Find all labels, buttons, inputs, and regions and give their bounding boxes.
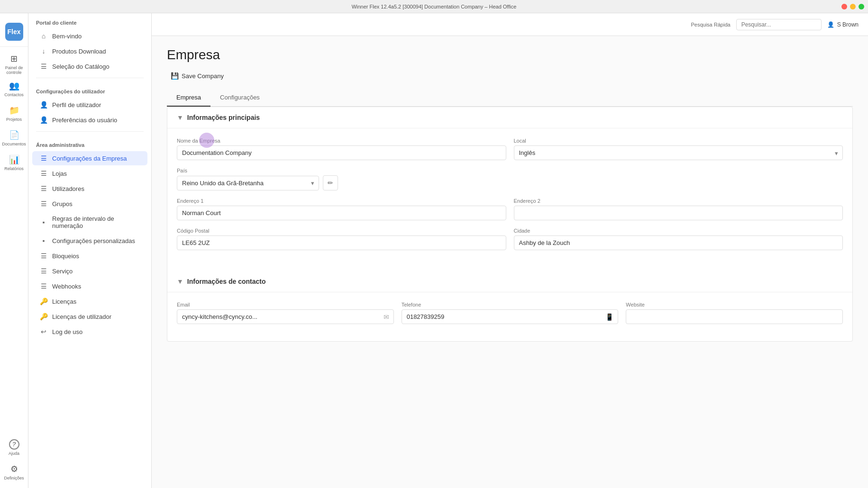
ajuda-icon: ? — [9, 439, 19, 450]
sidebar-item-config-empresa[interactable]: ☰ Configurações da Empresa — [32, 151, 147, 165]
maximize-btn[interactable] — [859, 4, 864, 9]
page-title: Empresa — [167, 47, 853, 63]
divider-1 — [36, 78, 144, 78]
collapse-icon-contacto: ▼ — [177, 278, 183, 285]
definicoes-icon: ⚙ — [10, 464, 18, 474]
nav-painel[interactable]: ⊞ Painel de controle — [3, 53, 26, 75]
sidebar-item-catalogo[interactable]: ☰ Seleção do Catálogo — [32, 59, 147, 73]
sidebar-item-produtos[interactable]: ↓ Produtos Download — [32, 44, 147, 58]
sidebar-item-label-licencas: Licenças — [52, 298, 76, 305]
select-pais[interactable]: Reino Unido da Grã-Bretanha — [177, 176, 319, 190]
input-telefone[interactable] — [402, 309, 619, 324]
telefone-input-wrapper: 📱 — [402, 309, 619, 324]
group-endereco1: Endereço 1 — [177, 198, 506, 220]
sidebar-item-perfil[interactable]: 👤 Perfil de utilizador — [32, 98, 147, 112]
form-row-contact: Email ✉ Telefone 📱 — [177, 302, 843, 324]
documentos-label: Documentos — [2, 142, 26, 146]
produtos-icon: ↓ — [40, 47, 47, 55]
relatorios-label: Relatórios — [4, 166, 24, 171]
form-row-1: Nome da Empresa Local Inglês Português — [177, 138, 843, 160]
sidebar-item-bem-vindo[interactable]: ⌂ Bem-vindo — [32, 29, 147, 43]
ajuda-label: Ajuda — [9, 451, 19, 456]
logo: Flex — [5, 23, 23, 41]
sidebar-item-log-uso[interactable]: ↩ Log de uso — [32, 325, 147, 339]
select-local[interactable]: Inglês Português — [514, 145, 843, 160]
minimize-btn[interactable] — [850, 4, 856, 9]
form-container: ▼ Informações principais Nome da Empresa… — [167, 107, 853, 342]
servico-icon: ☰ — [40, 267, 47, 275]
sidebar-item-bloqueios[interactable]: ☰ Bloqueios — [32, 249, 147, 263]
edit-pais-button[interactable]: ✏ — [323, 175, 338, 190]
quick-search-input[interactable] — [736, 19, 822, 30]
group-endereco2: Endereço 2 — [514, 198, 843, 220]
nav-ajuda[interactable]: ? Ajuda — [3, 436, 26, 459]
perfil-icon: 👤 — [40, 101, 47, 108]
close-btn[interactable] — [841, 4, 847, 9]
group-email: Email ✉ — [177, 302, 394, 324]
sidebar-item-label-licencas-utilizador: Licenças de utilizador — [52, 313, 111, 320]
sidebar-item-label-config-empresa: Configurações da Empresa — [52, 155, 127, 162]
nav-relatorios[interactable]: 📊 Relatórios — [3, 151, 26, 174]
user-info[interactable]: 👤 S Brown — [827, 21, 859, 28]
sidebar-item-regras[interactable]: ▪ Regras de intervalo de numeração — [32, 212, 147, 233]
contactos-icon: 👥 — [9, 81, 19, 91]
email-icon: ✉ — [384, 313, 389, 321]
input-endereco2[interactable] — [514, 206, 843, 220]
sidebar-item-label-webhooks: Webhooks — [52, 283, 81, 290]
sidebar-item-webhooks[interactable]: ☰ Webhooks — [32, 279, 147, 293]
form-body-principais: Nome da Empresa Local Inglês Português — [167, 128, 852, 267]
projetos-label: Projetos — [6, 117, 22, 122]
section-header-contacto[interactable]: ▼ Informações de contacto — [167, 271, 852, 292]
window-controls — [841, 4, 864, 9]
log-uso-icon: ↩ — [40, 328, 47, 335]
sidebar-item-label-perfil: Perfil de utilizador — [52, 101, 101, 108]
save-company-button[interactable]: 💾 Save Company — [167, 70, 228, 81]
group-codigo-postal: Código Postal — [177, 228, 506, 250]
sidebar-item-label-produtos: Produtos Download — [52, 48, 106, 55]
group-pais: País Reino Unido da Grã-Bretanha ✏ — [177, 168, 338, 190]
input-website[interactable] — [626, 309, 843, 324]
sidebar-item-lojas[interactable]: ☰ Lojas — [32, 166, 147, 181]
section-header-principais[interactable]: ▼ Informações principais — [167, 107, 852, 128]
sidebar-item-utilizadores[interactable]: ☰ Utilizadores — [32, 181, 147, 196]
painel-label: Painel de controle — [3, 65, 26, 75]
config-section-title: Configurações do utilizador — [28, 82, 151, 97]
documentos-icon: 📄 — [9, 130, 19, 140]
toolbar: 💾 Save Company — [167, 70, 853, 81]
utilizadores-icon: ☰ — [40, 185, 47, 192]
tab-configuracoes[interactable]: Configurações — [210, 89, 269, 107]
nav-definicoes[interactable]: ⚙ Definições — [3, 461, 26, 483]
form-row-3: Endereço 1 Endereço 2 — [177, 198, 843, 220]
sidebar-item-label-config-personalizadas: Configurações personalizadas — [52, 237, 135, 244]
label-website: Website — [626, 302, 843, 307]
quick-search-label: Pesquisa Rápida — [691, 22, 730, 27]
pencil-icon: ✏ — [328, 179, 333, 187]
label-local: Local — [514, 138, 843, 144]
sidebar-item-servico[interactable]: ☰ Serviço — [32, 264, 147, 278]
sidebar-item-grupos[interactable]: ☰ Grupos — [32, 197, 147, 211]
sidebar-item-preferencias[interactable]: 👤 Preferências do usuário — [32, 113, 147, 127]
sidebar-item-config-personalizadas[interactable]: ▪ Configurações personalizadas — [32, 234, 147, 248]
input-codigo-postal[interactable] — [177, 235, 506, 250]
catalogo-icon: ☰ — [40, 63, 47, 70]
nav-contactos[interactable]: 👥 Contactos — [3, 77, 26, 100]
label-telefone: Telefone — [402, 302, 619, 307]
regras-icon: ▪ — [40, 218, 47, 226]
input-cidade[interactable] — [514, 235, 843, 250]
group-cidade: Cidade — [514, 228, 843, 250]
input-endereco1[interactable] — [177, 206, 506, 220]
sidebar-item-licencas[interactable]: 🔑 Licenças — [32, 294, 147, 308]
nav-documentos[interactable]: 📄 Documentos — [3, 127, 26, 149]
tab-empresa[interactable]: Empresa — [167, 89, 210, 107]
label-pais: País — [177, 168, 338, 173]
group-local: Local Inglês Português — [514, 138, 843, 160]
webhooks-icon: ☰ — [40, 282, 47, 290]
config-empresa-icon: ☰ — [40, 154, 47, 162]
sidebar-item-licencas-utilizador[interactable]: 🔑 Licenças de utilizador — [32, 309, 147, 324]
input-nome-empresa[interactable] — [177, 145, 506, 160]
relatorios-icon: 📊 — [9, 154, 19, 165]
sidebar-item-label-lojas: Lojas — [52, 170, 67, 177]
nav-projetos[interactable]: 📁 Projetos — [3, 102, 26, 125]
input-email[interactable] — [177, 309, 394, 324]
portal-section-title: Portal do cliente — [28, 13, 151, 28]
